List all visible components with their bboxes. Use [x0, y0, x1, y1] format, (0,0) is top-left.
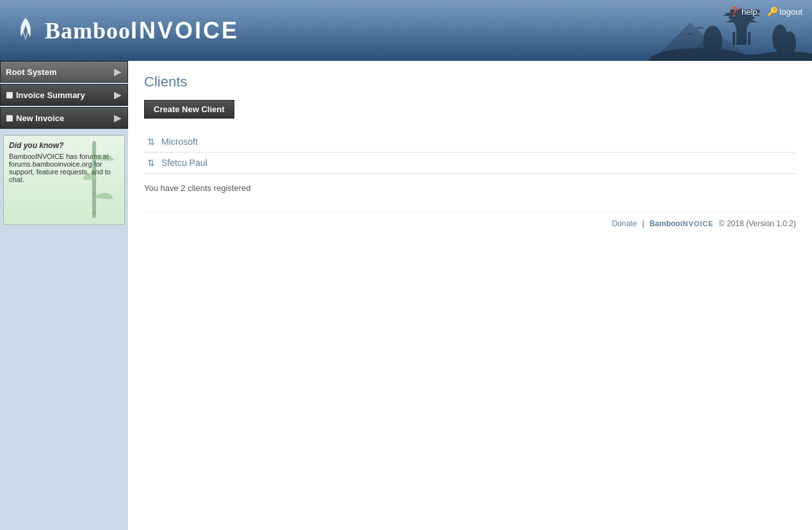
app-header: BambooINVOICE ❓ help 🔑 logout: [0, 0, 812, 61]
logo-icon: [10, 15, 42, 47]
svg-rect-6: [736, 27, 747, 45]
svg-rect-26: [92, 211, 96, 214]
did-you-know-box: Did you know? BambooINVOICE has forums a…: [3, 135, 125, 225]
app-logo: BambooINVOICE: [0, 15, 239, 47]
logo-invoice-text: INVOICE: [131, 17, 239, 44]
sidebar-item-invoice-summary[interactable]: ▦ Invoice Summary ▶: [0, 84, 128, 106]
svg-rect-25: [92, 192, 96, 195]
sidebar-item-root-text: Root System: [6, 67, 56, 77]
help-icon: ❓: [729, 6, 740, 17]
logout-label: logout: [780, 7, 802, 17]
client-name-link[interactable]: Microsoft: [161, 137, 198, 147]
sidebar-invoice-arrow-icon: ▶: [114, 90, 121, 100]
invoice-summary-icon: ▦: [6, 90, 13, 99]
logout-link[interactable]: 🔑 logout: [767, 6, 802, 17]
page-footer: Donate | BambooInvoice © 2018 (Version 1…: [144, 212, 796, 228]
svg-rect-7: [733, 32, 735, 45]
help-link[interactable]: ❓ help: [729, 6, 758, 17]
table-row: ⇅ Microsoft: [144, 131, 796, 153]
sort-icon[interactable]: ⇅: [147, 158, 155, 168]
sidebar-item-new-invoice[interactable]: ▦ New Invoice ▶: [0, 107, 128, 129]
client-name-link[interactable]: Sfetcu Paul: [161, 158, 207, 168]
svg-rect-8: [748, 32, 751, 45]
sidebar: Root System ▶ ▦ Invoice Summary ▶ ▦ New …: [0, 61, 128, 530]
help-label: help: [742, 7, 758, 17]
sort-icon[interactable]: ⇅: [147, 137, 155, 147]
logout-icon: 🔑: [767, 6, 778, 17]
sidebar-arrow-icon: ▶: [114, 67, 121, 77]
donate-link[interactable]: Donate: [612, 219, 637, 228]
header-navigation: ❓ help 🔑 logout: [729, 6, 802, 17]
svg-rect-4: [735, 24, 748, 27]
svg-point-15: [783, 31, 796, 54]
sidebar-item-invoice-text: Invoice Summary: [16, 90, 85, 100]
sidebar-item-root-label: Root System: [6, 67, 56, 77]
new-invoice-icon: ▦: [6, 113, 13, 122]
footer-separator: |: [642, 219, 644, 228]
footer-bamboo-text: Bamboo: [649, 219, 680, 228]
svg-rect-23: [92, 154, 96, 156]
logo-bamboo-text: Bamboo: [45, 17, 131, 44]
sidebar-item-new-invoice-text: New Invoice: [16, 113, 64, 123]
sidebar-item-root-system[interactable]: Root System ▶: [0, 61, 128, 83]
bamboo-decoration: [83, 141, 121, 224]
main-content: Clients Create New Client ⇅ Microsoft ⇅ …: [128, 61, 812, 530]
table-row: ⇅ Sfetcu Paul: [144, 153, 796, 174]
clients-count-text: You have 2 clients registered: [144, 183, 796, 193]
main-layout: Root System ▶ ▦ Invoice Summary ▶ ▦ New …: [0, 61, 812, 530]
clients-list: ⇅ Microsoft ⇅ Sfetcu Paul: [144, 131, 796, 174]
footer-copyright: © 2018 (Version 1.0.2): [719, 219, 796, 228]
page-title: Clients: [144, 74, 796, 90]
footer-invoice-text: Invoice: [680, 220, 713, 228]
sidebar-item-invoice-label: ▦ Invoice Summary: [6, 90, 85, 100]
sidebar-new-invoice-arrow-icon: ▶: [114, 113, 121, 123]
sidebar-item-new-invoice-label: ▦ New Invoice: [6, 113, 64, 123]
create-new-client-button[interactable]: Create New Client: [144, 100, 234, 119]
